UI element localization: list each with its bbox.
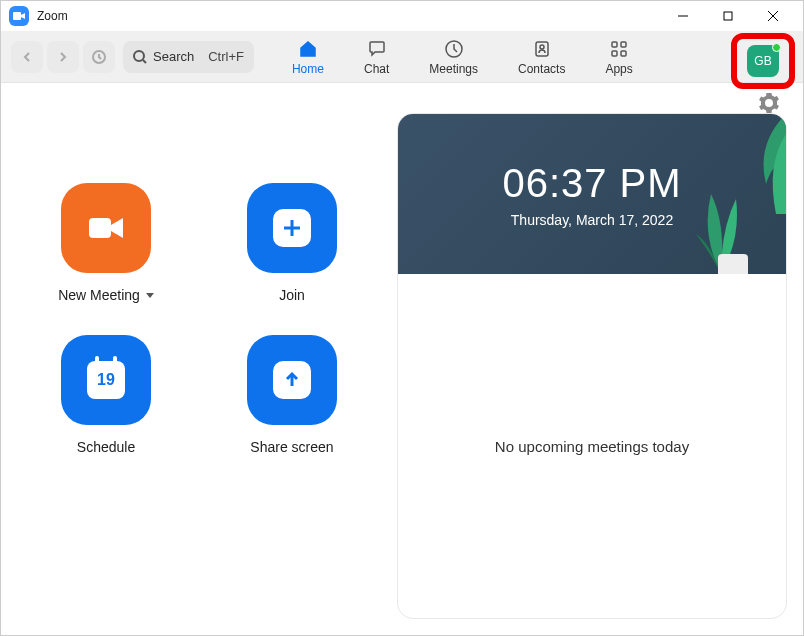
content-area: New Meeting Join 19 Schedule [1,83,803,635]
tab-chat-label: Chat [364,62,389,76]
tab-meetings-label: Meetings [429,62,478,76]
join-button[interactable] [247,183,337,273]
search-icon [133,50,147,64]
upcoming-meetings: No upcoming meetings today [398,274,786,618]
app-window: Zoom Search Ctrl+F Home Chat Meeting [0,0,804,636]
tab-contacts[interactable]: Contacts [512,36,571,78]
chevron-down-icon [146,293,154,298]
tab-home[interactable]: Home [286,36,330,78]
zoom-logo-icon [9,6,29,26]
plus-icon [281,217,303,239]
titlebar: Zoom [1,1,803,31]
tab-apps[interactable]: Apps [599,36,638,78]
minimize-button[interactable] [660,1,705,31]
profile-button[interactable]: GB [747,45,779,77]
tab-home-label: Home [292,62,324,76]
schedule-button[interactable]: 19 [61,335,151,425]
search-input[interactable]: Search Ctrl+F [123,41,254,73]
search-placeholder: Search [153,49,194,64]
contacts-icon [531,38,553,60]
share-screen-button[interactable] [247,335,337,425]
nav-back-button[interactable] [11,41,43,73]
gear-icon [759,93,779,113]
chat-icon [366,38,388,60]
close-button[interactable] [750,1,795,31]
apps-icon [608,38,630,60]
new-meeting-button[interactable] [61,183,151,273]
arrow-up-icon [283,371,301,389]
nav-tabs: Home Chat Meetings Contacts Apps [286,36,639,78]
join-label: Join [279,287,305,303]
search-shortcut: Ctrl+F [208,49,244,64]
svg-rect-13 [612,51,617,56]
video-icon [86,213,126,243]
profile-initials: GB [754,54,771,68]
meetings-panel: 06:37 PM Thursday, March 17, 2022 No upc… [397,113,787,619]
status-indicator-icon [772,43,781,52]
tab-meetings[interactable]: Meetings [423,36,484,78]
svg-rect-15 [89,218,111,238]
clock-panel: 06:37 PM Thursday, March 17, 2022 [398,114,786,274]
tab-chat[interactable]: Chat [358,36,395,78]
nav-forward-button[interactable] [47,41,79,73]
schedule-action: 19 Schedule [41,335,171,455]
clock-icon [443,38,465,60]
svg-rect-2 [724,12,732,20]
home-icon [297,38,319,60]
svg-rect-14 [621,51,626,56]
no-meetings-text: No upcoming meetings today [495,438,689,455]
schedule-label: Schedule [77,439,135,455]
history-button[interactable] [83,41,115,73]
profile-highlight: GB [731,33,795,89]
clock-time: 06:37 PM [502,161,681,206]
svg-rect-12 [621,42,626,47]
tab-contacts-label: Contacts [518,62,565,76]
svg-point-10 [540,45,544,49]
share-action: Share screen [227,335,357,455]
new-meeting-action: New Meeting [41,183,171,303]
svg-point-6 [134,51,144,61]
new-meeting-label[interactable]: New Meeting [58,287,154,303]
maximize-button[interactable] [705,1,750,31]
svg-rect-11 [612,42,617,47]
tab-apps-label: Apps [605,62,632,76]
clock-date: Thursday, March 17, 2022 [511,212,673,228]
share-label: Share screen [250,439,333,455]
svg-rect-0 [13,12,21,20]
join-action: Join [227,183,357,303]
window-title: Zoom [37,9,68,23]
calendar-icon: 19 [87,361,125,399]
svg-line-7 [143,60,146,63]
toolbar: Search Ctrl+F Home Chat Meetings Contact… [1,31,803,83]
pot-decoration-icon [718,254,748,274]
actions-pane: New Meeting Join 19 Schedule [17,83,377,619]
